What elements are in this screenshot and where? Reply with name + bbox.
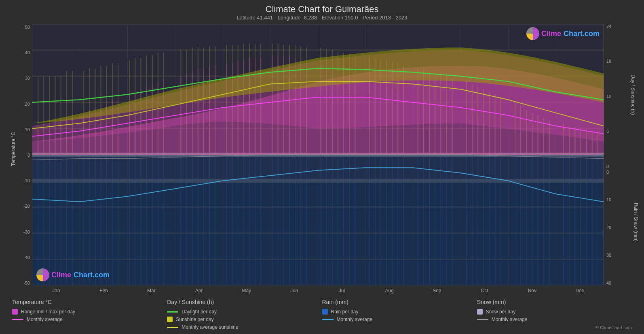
legend-temp-avg-label: Monthly average [27,317,63,322]
climechart-logo-top: ClimeChart.com [541,30,600,38]
x-month-jul: Jul [318,288,366,294]
y-tick-50: 50 [25,25,30,30]
legend-temp-avg: Monthly average [12,317,167,322]
y-tick-n50: -50 [23,281,30,285]
legend-rain-box-label: Rain per day [331,309,359,315]
legend-snow-avg: Monthly average [477,317,632,322]
watermark-bottom-left: ClimeChart.com [36,268,110,281]
y-axis-right-rain: 0 10 20 30 40 [604,170,636,285]
legend-temp-title: Temperature °C [12,299,167,305]
legend-rain-avg-icon [322,319,334,320]
legend-sunshine-avg: Monthly average sunshine [167,324,322,330]
legend-snow-box: Snow per day [477,309,632,315]
y-right-tick-24: 24 [606,24,611,29]
y-tick-n10: -10 [23,178,30,183]
y-right-tick-40: 40 [606,281,611,285]
legend-snow-avg-icon [477,319,488,320]
logo-icon-top [526,27,539,40]
chart-area: Temperature °C 50 40 30 20 10 0 -10 -20 … [8,24,636,296]
y-right-label-sunshine: Day / Sunshine (h) [630,74,636,115]
y-tick-0: 0 [27,153,30,157]
y-right-tick-30: 30 [606,253,611,257]
legend-sunshine: Day / Sunshine (h) Daylight per day Suns… [167,299,322,330]
legend-sunshine-box: Sunshine per day [167,317,322,322]
legend-snow-title: Snow (mm) [477,299,632,305]
legend-daylight-icon [167,311,178,313]
x-axis: Jan Feb Mar Apr May Jun Jul Aug Sep Oct … [32,285,604,296]
legend-area: Temperature °C Range min / max per day M… [8,296,636,330]
legend-temp-range-icon [12,309,18,315]
legend-sunshine-box-icon [167,317,173,322]
x-month-jan: Jan [32,288,80,294]
x-month-apr: Apr [175,288,223,294]
legend-sunshine-avg-icon [167,327,178,328]
x-month-nov: Nov [509,288,556,294]
x-month-sep: Sep [413,288,461,294]
logo-chart-top: Chart.com [564,30,600,38]
chart-svg [32,24,604,285]
legend-snow: Snow (mm) Snow per day Monthly average ©… [477,299,632,330]
y-tick-n20: -20 [23,204,30,208]
y-axis-right: 24 18 12 6 0 Day / Sunshine (h) 0 10 20 … [604,24,636,296]
y-tick-20: 20 [25,102,30,106]
copyright: © ClimeChart.com [595,325,632,330]
x-month-dec: Dec [556,288,604,294]
legend-temp-range: Range min / max per day [12,309,167,315]
legend-sunshine-title: Day / Sunshine (h) [167,299,322,305]
y-tick-10: 10 [25,127,30,132]
x-month-oct: Oct [461,288,509,294]
y-axis-left-label: Temperature °C [11,132,16,166]
y-tick-40: 40 [25,50,30,55]
x-month-aug: Aug [365,288,413,294]
legend-daylight: Daylight per day [167,309,322,315]
y-right-tick-0-sun: 0 [606,164,609,169]
legend-rain-box: Rain per day [322,309,477,315]
legend-rain: Rain (mm) Rain per day Monthly average [322,299,477,330]
y-right-tick-0-rain: 0 [606,170,609,174]
y-right-label-rain: Rain / Snow (mm) [633,203,639,242]
y-right-tick-20: 20 [606,225,611,230]
logo-icon-bottom [36,268,49,281]
y-axis-left: Temperature °C 50 40 30 20 10 0 -10 -20 … [8,24,32,296]
y-tick-30: 30 [25,76,30,81]
x-month-may: May [223,288,270,294]
legend-snow-box-icon [477,309,483,315]
chart-canvas: ClimeChart.com ClimeChart.com [32,24,604,285]
y-tick-n40: -40 [23,255,30,260]
x-month-jun: Jun [270,288,318,294]
watermark-top-right: ClimeChart.com [526,27,600,40]
legend-rain-avg-label: Monthly average [337,317,373,322]
y-right-tick-6: 6 [606,129,609,134]
legend-temperature: Temperature °C Range min / max per day M… [12,299,167,330]
legend-rain-avg: Monthly average [322,317,477,322]
x-month-feb: Feb [80,288,128,294]
logo-clime-top: Clime [541,30,561,38]
y-right-tick-10: 10 [606,197,611,202]
legend-rain-title: Rain (mm) [322,299,477,305]
chart-title: Climate Chart for Guimarães [8,4,636,15]
logo-clime-bottom: Clime [51,271,71,279]
climechart-logo-bottom: ClimeChart.com [51,271,110,279]
chart-header: Climate Chart for Guimarães Latitude 41.… [8,4,636,21]
legend-temp-avg-icon [12,319,23,320]
y-right-tick-18: 18 [606,59,611,64]
legend-daylight-label: Daylight per day [182,309,217,315]
legend-rain-box-icon [322,309,328,315]
legend-sunshine-avg-label: Monthly average sunshine [182,324,238,330]
y-right-tick-12: 12 [606,94,611,99]
legend-snow-avg-label: Monthly average [492,317,528,322]
legend-temp-range-label: Range min / max per day [21,309,75,315]
legend-sunshine-box-label: Sunshine per day [176,317,213,322]
y-tick-n30: -30 [23,230,30,234]
legend-snow-box-label: Snow per day [486,309,515,315]
x-month-mar: Mar [128,288,175,294]
chart-subtitle: Latitude 41.441 - Longitude -8.288 - Ele… [8,15,636,21]
logo-chart-bottom: Chart.com [74,271,110,279]
page-wrapper: Climate Chart for Guimarães Latitude 41.… [0,0,644,334]
chart-main: ClimeChart.com ClimeChart.com [32,24,604,296]
